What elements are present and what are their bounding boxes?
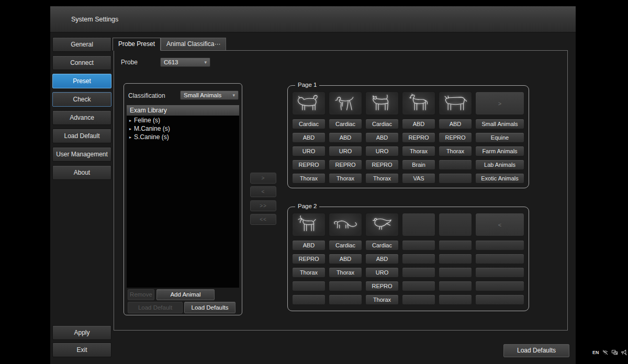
announcement-icon[interactable] xyxy=(621,349,627,356)
preset-button[interactable]: REPRO xyxy=(439,132,472,143)
preset-button[interactable]: ABD xyxy=(292,240,326,251)
preset-button-empty[interactable] xyxy=(475,281,524,291)
preset-button-empty[interactable] xyxy=(402,254,435,264)
horse-button[interactable] xyxy=(402,92,435,115)
preset-button[interactable]: Equine xyxy=(475,132,524,143)
preset-button-empty[interactable] xyxy=(475,267,524,278)
load-defaults-button[interactable]: Load Defaults xyxy=(184,302,236,313)
preset-button-empty[interactable] xyxy=(292,281,326,291)
preset-button[interactable]: Thorax xyxy=(292,267,326,278)
footer-load-defaults-button[interactable]: Load Defaults xyxy=(503,344,569,357)
page-nav-button[interactable]: > xyxy=(475,92,524,115)
network-icon[interactable] xyxy=(602,349,609,356)
cat-button[interactable] xyxy=(365,92,399,115)
sidebar-item-general[interactable]: General xyxy=(52,37,111,52)
preset-button-empty[interactable] xyxy=(329,294,362,305)
dog-button[interactable] xyxy=(292,92,326,115)
preset-button-empty[interactable] xyxy=(402,240,435,251)
expander-icon[interactable]: ▸ xyxy=(129,127,134,131)
goat-button[interactable] xyxy=(292,213,326,236)
preset-button-empty[interactable] xyxy=(475,254,524,264)
preset-button[interactable]: ABD xyxy=(329,132,362,143)
tab-probe-preset[interactable]: Probe Preset xyxy=(113,38,161,51)
preset-button[interactable]: ABD xyxy=(402,119,435,129)
animal-button-empty[interactable] xyxy=(439,213,472,236)
animal-button-empty[interactable] xyxy=(402,213,435,236)
preset-button[interactable]: REPRO xyxy=(329,160,362,170)
preset-button[interactable]: Thorax xyxy=(402,146,435,156)
apply-button[interactable]: Apply xyxy=(52,325,111,340)
expander-icon[interactable]: ▸ xyxy=(129,135,134,140)
preset-button[interactable]: Cardiac xyxy=(329,119,362,129)
preset-button[interactable]: Thorax xyxy=(365,294,399,305)
language-indicator[interactable]: EN xyxy=(592,350,599,355)
tree-item-m-canine[interactable]: ▸ M.Canine (s) xyxy=(127,125,239,132)
preset-button[interactable]: Thorax xyxy=(329,267,362,278)
preset-button-empty[interactable] xyxy=(439,267,472,278)
preset-button[interactable]: Thorax xyxy=(365,173,399,184)
preset-button-empty[interactable] xyxy=(475,294,524,305)
preset-button[interactable]: ABD xyxy=(292,132,326,143)
preset-button[interactable]: VAS xyxy=(402,173,435,184)
preset-button-empty[interactable] xyxy=(329,281,362,291)
sidebar-item-advance[interactable]: Advance xyxy=(52,110,111,125)
preset-button[interactable]: REPRO xyxy=(402,132,435,143)
preset-button[interactable]: Cardiac xyxy=(292,119,326,129)
preset-button[interactable]: Brain xyxy=(402,160,435,170)
preset-button-empty[interactable] xyxy=(475,240,524,251)
preset-button[interactable]: Thorax xyxy=(292,173,326,184)
sidebar-item-preset[interactable]: Preset xyxy=(52,74,111,88)
sidebar-item-about[interactable]: About xyxy=(52,165,111,180)
load-default-button[interactable]: Load Default xyxy=(128,302,183,313)
transfer-right-button[interactable]: > xyxy=(250,173,276,184)
probe-select[interactable]: C613 ▾ xyxy=(160,58,210,67)
tab-animal-classification[interactable]: Animal Classifica··· xyxy=(161,38,226,50)
preset-button-empty[interactable] xyxy=(439,281,472,291)
ferret-button[interactable] xyxy=(329,213,362,236)
remove-button[interactable]: Remove xyxy=(128,289,154,300)
preset-button[interactable]: URO xyxy=(292,146,326,156)
small-dog-button[interactable] xyxy=(329,92,362,115)
sidebar-item-user-management[interactable]: User Management xyxy=(52,147,111,162)
preset-button[interactable]: REPRO xyxy=(365,160,399,170)
preset-button[interactable]: URO xyxy=(365,267,399,278)
preset-button-empty[interactable] xyxy=(439,173,472,184)
preset-button[interactable]: Thorax xyxy=(439,146,472,156)
expander-icon[interactable]: ▸ xyxy=(129,118,134,123)
transfer-all-left-button[interactable]: << xyxy=(250,214,276,225)
preset-button-empty[interactable] xyxy=(439,294,472,305)
preset-button-empty[interactable] xyxy=(439,240,472,251)
preset-button[interactable]: ABD xyxy=(365,132,399,143)
preset-button[interactable]: Lab Animals xyxy=(475,160,524,170)
preset-button[interactable]: URO xyxy=(365,146,399,156)
preset-button[interactable]: REPRO xyxy=(365,281,399,291)
page-nav-button[interactable]: < xyxy=(475,213,524,236)
tree-item-s-canine[interactable]: ▸ S.Canine (s) xyxy=(127,133,239,141)
preset-button-empty[interactable] xyxy=(402,267,435,278)
preset-button-empty[interactable] xyxy=(439,160,472,170)
preset-button[interactable]: URO xyxy=(329,146,362,156)
transfer-left-button[interactable]: < xyxy=(250,186,276,197)
preset-button-empty[interactable] xyxy=(292,294,326,305)
preset-button[interactable]: Cardiac xyxy=(329,240,362,251)
preset-button[interactable]: REPRO xyxy=(292,160,326,170)
preset-button-empty[interactable] xyxy=(439,254,472,264)
preset-button[interactable]: Cardiac xyxy=(365,240,399,251)
tree-item-feline[interactable]: ▸ Feline (s) xyxy=(127,117,239,124)
preset-button[interactable]: Thorax xyxy=(329,173,362,184)
preset-button[interactable]: ABD xyxy=(365,254,399,264)
sidebar-item-check[interactable]: Check xyxy=(52,92,111,107)
preset-button[interactable]: Farm Animals xyxy=(475,146,524,156)
preset-button-empty[interactable] xyxy=(402,294,435,305)
preset-button[interactable]: REPRO xyxy=(292,254,326,264)
preset-button[interactable]: ABD xyxy=(439,119,472,129)
sidebar-item-connect[interactable]: Connect xyxy=(52,55,111,70)
display-icon[interactable] xyxy=(611,349,618,356)
preset-button-empty[interactable] xyxy=(402,281,435,291)
cow-button[interactable] xyxy=(439,92,472,115)
preset-button[interactable]: Exotic Animals xyxy=(475,173,524,184)
preset-button[interactable]: Cardiac xyxy=(365,119,399,129)
classification-select[interactable]: Small Animals ▾ xyxy=(180,90,239,100)
bird-button[interactable] xyxy=(365,213,399,236)
add-animal-button[interactable]: Add Animal xyxy=(156,289,215,300)
